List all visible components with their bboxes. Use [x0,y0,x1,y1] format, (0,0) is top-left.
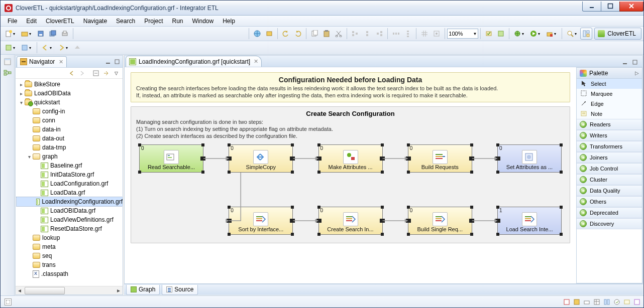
save-all-button[interactable] [47,28,58,39]
link-editor-icon[interactable] [101,69,111,78]
distribute-v-icon[interactable] [402,28,413,39]
new-metadata-button[interactable]: ▾ [19,42,34,53]
component[interactable]: 0Make Attributes ... [318,144,383,173]
nav-back-icon[interactable] [67,69,76,78]
menu-file[interactable]: File [4,17,21,26]
tree-item[interactable]: data-out [17,134,123,143]
palette-category[interactable]: Job Control [577,163,642,174]
palette-category[interactable]: Transformers [577,141,642,152]
menu-project[interactable]: Project [140,17,167,26]
palette-category[interactable]: Discovery [577,218,642,229]
nav-back-button[interactable]: ▾ [40,42,55,53]
redo-button[interactable] [292,28,303,39]
graph-canvas[interactable]: Configuration Needed before Loading Data… [125,67,576,283]
palette-category[interactable]: Readers [577,119,642,130]
navigator-tab[interactable]: Navigator ✕ [17,56,67,67]
menu-help[interactable]: Help [219,17,239,26]
tree-item[interactable]: ResetDataStore.grf [17,224,123,233]
tree-item[interactable]: ▸LoadOBIData [17,89,123,98]
globe-icon[interactable] [252,28,263,39]
tree-item[interactable]: LoadOBIData.grf [17,206,123,215]
copy-button[interactable] [309,28,320,39]
tree-item[interactable]: LoadViewDefinitions.grf [17,215,123,224]
status-icon-3[interactable] [583,298,590,305]
menu-navigate[interactable]: Navigate [79,17,111,26]
tab-close-icon[interactable]: ✕ [254,58,258,65]
undo-button[interactable] [280,28,291,39]
tree-expander[interactable]: ▸ [18,90,25,97]
editor-tab[interactable]: LoadIndexingConfiguration.grf [quickstar… [126,56,262,67]
component[interactable]: 0Build Requests [408,144,472,173]
nav-fwd-icon[interactable] [77,69,86,78]
palette-tool-note[interactable]: Note [577,109,642,119]
component[interactable]: 1Load Search Inte... [497,207,562,235]
snap-icon[interactable] [431,28,442,39]
status-icon-8[interactable] [633,298,640,305]
zoom-combo[interactable]: 100%▼ [447,29,478,39]
tree-item[interactable]: data-tmp [17,143,123,152]
tree-item[interactable]: .classpath [17,269,123,278]
status-icon-1[interactable] [563,298,570,305]
view-maximize-icon[interactable] [113,57,122,66]
tree-item[interactable]: LoadIndexingConfiguration.grf [17,197,123,206]
menu-cloveretl[interactable]: CloverETL [42,17,78,26]
tree-item[interactable]: trans [17,260,123,269]
view-menu-icon[interactable]: ▽ [112,69,121,78]
menu-edit[interactable]: Edit [22,17,41,26]
close-button[interactable] [619,2,643,12]
status-icon-5[interactable] [603,298,610,305]
component[interactable]: 0Set Attributes as ... [497,144,562,173]
status-view-icon[interactable] [5,298,12,305]
collapse-all-icon[interactable] [91,69,100,78]
paste-button[interactable] [321,28,332,39]
stop-button[interactable]: ▾ [544,28,559,39]
tree-item[interactable]: ▾quickstart [17,98,123,107]
debug-button[interactable]: ▾ [512,28,527,39]
component[interactable]: 0SimpleCopy [229,144,293,173]
editor-maximize-icon[interactable] [630,58,639,67]
align-center-icon[interactable] [362,28,373,39]
menu-search[interactable]: Search [112,17,139,26]
search-button[interactable]: ▾ [565,28,580,39]
status-icon-6[interactable] [613,298,620,305]
perspective-switcher[interactable] [580,28,592,40]
status-icon-4[interactable] [593,298,600,305]
tree-expander[interactable]: ▸ [18,81,25,88]
palette-category[interactable]: Writers [577,130,642,141]
status-icon-7[interactable] [623,298,630,305]
view-minimize-icon[interactable] [103,57,113,66]
tree-item[interactable]: seq [17,251,123,260]
maximize-button[interactable] [601,2,620,12]
grid-icon[interactable] [419,28,430,39]
palette-category[interactable]: Joiners [577,152,642,163]
menu-run[interactable]: Run [168,17,187,26]
component[interactable]: 0Create Search In... [318,207,383,235]
tree-item[interactable]: lookup [17,233,123,242]
cut-button[interactable] [333,28,344,39]
graph-tab[interactable]: Graph [126,285,160,295]
tree-horizontal-scrollbar[interactable]: ◂▸ [16,286,123,294]
outline-icon[interactable] [4,69,12,77]
editor-minimize-icon[interactable] [620,58,629,67]
tree-item[interactable]: ▾graph [17,152,123,161]
palette-tool-marquee[interactable]: Marquee [577,89,642,99]
nav-fwd-button[interactable]: ▾ [56,42,71,53]
tree-item[interactable]: ▸BikeStore [17,80,123,89]
palette-category[interactable]: Data Quality [577,185,642,196]
tree-item[interactable]: conn [17,116,123,125]
palette-category[interactable]: Others [577,196,642,207]
new-button[interactable]: ▾ [3,28,18,39]
menu-window[interactable]: Window [188,17,218,26]
new-graph-button[interactable]: ▾ [3,42,18,53]
align-right-icon[interactable] [374,28,385,39]
source-tab[interactable]: Source [162,285,198,295]
tree-item[interactable]: meta [17,242,123,251]
perspective-button[interactable]: CloverETL [594,28,641,40]
run-button[interactable]: ▾ [528,28,543,39]
palette-header[interactable]: Palette ▷ [577,68,642,79]
palette-category[interactable]: Cluster [577,174,642,185]
minimize-button[interactable] [582,2,601,12]
nav-up-button[interactable] [72,42,83,53]
validate-icon[interactable] [483,28,494,39]
status-icon-2[interactable] [573,298,580,305]
